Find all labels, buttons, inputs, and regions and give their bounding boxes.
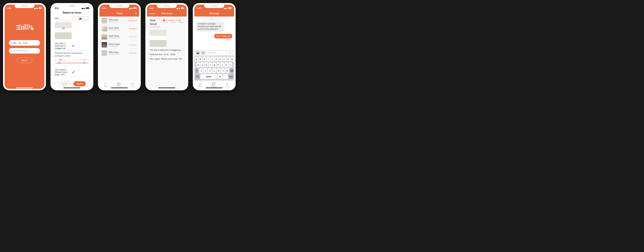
note-field[interactable]: Very urgent. Please come asap. THX 🎤 <box>55 68 89 77</box>
key-j[interactable]: j <box>220 63 224 67</box>
ticket-status: Submitted <box>128 19 137 22</box>
slider-end-knob[interactable] <box>83 62 85 64</box>
time-scale: 10 10:30 11 12 13 14 15 16 17 <box>55 59 89 61</box>
key-s[interactable]: s <box>200 63 204 67</box>
navbar: Ticket + <box>100 11 139 17</box>
tab-ticket[interactable]: 📄Ticket <box>198 82 202 87</box>
key-v[interactable]: v <box>212 68 216 73</box>
key-i[interactable]: i <box>222 57 226 62</box>
battery-icon <box>181 7 184 9</box>
signal-icon <box>34 7 36 9</box>
key-d[interactable]: d <box>204 63 208 67</box>
key-w[interactable]: w <box>198 57 202 62</box>
tab-settings[interactable]: ⚙Settings <box>130 82 135 87</box>
battery-icon <box>38 7 42 9</box>
progress-stepper: Submitted Arranged Resolved <box>163 19 184 23</box>
time-range-slider[interactable] <box>56 63 88 63</box>
key-t[interactable]: t <box>210 57 214 62</box>
tab-message[interactable]: 💬Message <box>116 82 122 87</box>
slider-start-knob[interactable] <box>58 62 60 64</box>
ticket-thumb <box>102 26 107 31</box>
ticket-status: Resolved <box>129 35 137 38</box>
ticket-thumb <box>102 34 107 40</box>
signin-button[interactable]: Sign in <box>17 58 32 63</box>
key-o[interactable]: o <box>226 57 230 62</box>
tab-settings[interactable]: ⚙Settings <box>225 82 230 87</box>
key-k[interactable]: k <box>224 63 228 67</box>
phone-input[interactable] <box>9 40 40 46</box>
apps-icon[interactable]: Ⓐ <box>201 51 205 55</box>
battery-icon <box>228 7 231 9</box>
key-return[interactable]: return <box>228 74 234 79</box>
subject-field[interactable]: Sink 📷 <box>55 16 89 21</box>
navbar-title: Sink Issue <box>161 12 172 15</box>
key-g[interactable]: g <box>212 63 216 67</box>
battery-icon <box>134 7 136 9</box>
key-f[interactable]: f <box>208 63 212 67</box>
key-b[interactable]: b <box>217 68 220 73</box>
settings-icon: ⚙ <box>225 82 230 86</box>
step-resolved-icon <box>179 19 181 22</box>
issue-photo[interactable] <box>150 30 166 47</box>
camera-icon[interactable]: 📷 <box>72 17 89 20</box>
key-q[interactable]: q <box>194 57 198 62</box>
password-input[interactable] <box>9 48 40 54</box>
ticket-date: 3/22 2019 9:51 <box>109 21 127 23</box>
key-p[interactable]: p <box>230 57 234 62</box>
key-h[interactable]: h <box>216 63 220 67</box>
report-button[interactable]: Report <box>74 81 86 86</box>
key-y[interactable]: y <box>214 57 218 62</box>
incoming-message: Hi Chieh-Yi, we have received your ticke… <box>196 22 224 32</box>
ticket-row[interactable]: Sink Issue3/22 2019 9:51Submitted <box>100 17 139 25</box>
add-ticket-button[interactable]: + <box>135 11 137 16</box>
voice-icon[interactable]: 🎙 <box>229 52 231 54</box>
app-logo: HelPe <box>4 21 44 34</box>
camera-attach-icon[interactable]: 📷 <box>196 51 200 55</box>
attached-photo[interactable] <box>55 22 72 39</box>
phone-ticket-detail: 9:51 ‹ Ticket Sink Issue Sink Issue 3/22… <box>145 3 188 90</box>
tab-message[interactable]: 💬Message <box>211 82 216 87</box>
key-.[interactable]: . <box>223 74 228 79</box>
ticket-row[interactable]: Sink Issue1/15 2019 9:51Resolved <box>100 49 139 57</box>
back-button[interactable]: ‹ Ticket <box>148 13 155 15</box>
message-icon: 💬 <box>211 82 216 86</box>
battery-icon <box>86 7 89 9</box>
key-@[interactable]: @ <box>218 74 222 79</box>
key-e[interactable]: e <box>202 57 206 62</box>
mic-icon[interactable]: 🎤 <box>72 45 89 47</box>
ticket-row[interactable]: Stove Issue2/8 2019 19:07Resolved <box>100 41 139 49</box>
issue-description: The sink in bathroom is clogged up. <box>150 49 184 51</box>
phone-message: 1:47 Message Today 1:47 PM Hi Chieh-Yi, … <box>193 3 236 90</box>
tab-ticket[interactable]: 📄Ticket <box>104 82 108 87</box>
ticket-icon: 📄 <box>198 82 202 86</box>
message-input[interactable]: iMessage 🎙 <box>206 51 232 55</box>
subject-value: Sink <box>55 17 72 20</box>
key-123[interactable]: 123 <box>195 74 200 79</box>
key-space[interactable]: space <box>200 74 217 79</box>
key-⇧[interactable]: ⇧ <box>195 68 198 73</box>
wifi-icon <box>179 7 180 9</box>
key-r[interactable]: r <box>206 57 210 62</box>
chevron-left-icon: ‹ <box>148 13 149 15</box>
key-z[interactable]: z <box>199 68 203 73</box>
cancel-button[interactable]: Cancel <box>58 81 70 86</box>
description-field[interactable]: The sink in bathroom is clogged up. 🎤 <box>55 42 89 50</box>
key-x[interactable]: x <box>204 68 207 73</box>
signal-icon <box>176 7 178 9</box>
mic-icon[interactable]: 🎤 <box>72 71 89 73</box>
delivered-label: Delivered <box>226 39 232 41</box>
key-l[interactable]: l <box>228 63 232 67</box>
key-n[interactable]: n <box>221 68 225 73</box>
keyboard[interactable]: qwertyuiopasdfghjkl⇧zxcvbnm⌫123space@.re… <box>194 56 234 81</box>
ticket-title: Stove Issue <box>109 43 128 45</box>
key-c[interactable]: c <box>208 68 212 73</box>
ticket-title: Sink Issue <box>109 19 127 21</box>
key-m[interactable]: m <box>226 68 229 73</box>
ticket-row[interactable]: Door Issue3/21 2019 21:35Arranged <box>100 25 139 33</box>
ticket-row[interactable]: Shelf Issue2/23 2019 11:15Resolved <box>100 33 139 41</box>
key-⌫[interactable]: ⌫ <box>230 68 234 73</box>
status-bar: 9:51 <box>52 5 92 11</box>
message-thread[interactable]: Today 1:47 PM Hi Chieh-Yi, we have recei… <box>194 17 234 50</box>
key-u[interactable]: u <box>218 57 222 62</box>
key-a[interactable]: a <box>196 63 200 67</box>
